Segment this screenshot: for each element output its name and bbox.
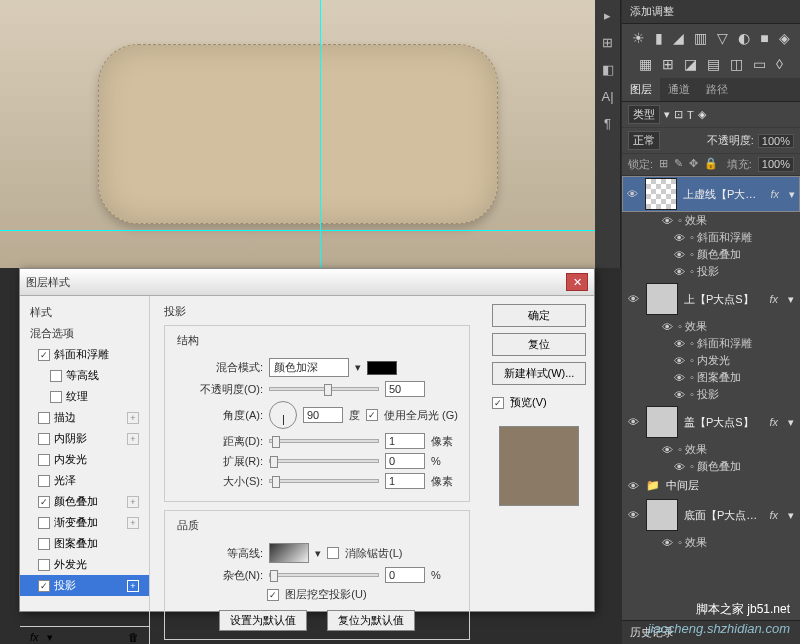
- blend-mode-select[interactable]: 正常: [628, 131, 660, 150]
- style-checkbox[interactable]: [38, 538, 50, 550]
- ok-button[interactable]: 确定: [492, 304, 586, 327]
- style-checkbox[interactable]: ✓: [38, 580, 50, 592]
- document-canvas[interactable]: [0, 0, 595, 268]
- effects-header[interactable]: 👁◦ 效果: [622, 212, 800, 229]
- filter-icon[interactable]: ◈: [698, 108, 706, 121]
- effect-item[interactable]: 👁◦ 颜色叠加: [622, 458, 800, 475]
- lock-icon[interactable]: ⊞: [659, 157, 668, 172]
- blend-mode-select[interactable]: 颜色加深: [269, 358, 349, 377]
- style-checkbox[interactable]: [50, 391, 62, 403]
- invert-icon[interactable]: ◪: [684, 56, 697, 72]
- effect-item[interactable]: 👁◦ 斜面和浮雕: [622, 229, 800, 246]
- chevron-icon[interactable]: ▾: [788, 509, 794, 522]
- tool-icon[interactable]: ▸: [604, 8, 611, 23]
- visibility-icon[interactable]: 👁: [674, 461, 686, 473]
- visibility-icon[interactable]: 👁: [674, 355, 686, 367]
- antialias-checkbox[interactable]: [327, 547, 339, 559]
- visibility-icon[interactable]: 👁: [628, 293, 640, 305]
- visibility-icon[interactable]: 👁: [662, 321, 674, 333]
- opacity-value[interactable]: 100%: [758, 134, 794, 148]
- fx-icon[interactable]: fx: [30, 631, 39, 644]
- style-item[interactable]: 内阴影+: [20, 428, 149, 449]
- photo-filter-icon[interactable]: ◈: [779, 30, 790, 46]
- effects-header[interactable]: 👁◦ 效果: [622, 441, 800, 458]
- spread-slider[interactable]: [269, 459, 379, 463]
- close-icon[interactable]: ✕: [566, 273, 588, 291]
- effects-header[interactable]: 👁◦ 效果: [622, 318, 800, 335]
- style-checkbox[interactable]: [50, 370, 62, 382]
- distance-slider[interactable]: [269, 439, 379, 443]
- visibility-icon[interactable]: 👁: [628, 509, 640, 521]
- style-checkbox[interactable]: ✓: [38, 349, 50, 361]
- fill-value[interactable]: 100%: [758, 157, 794, 172]
- fx-icon[interactable]: fx: [765, 293, 782, 305]
- dialog-titlebar[interactable]: 图层样式 ✕: [20, 269, 594, 296]
- contour-picker[interactable]: [269, 543, 309, 563]
- visibility-icon[interactable]: 👁: [674, 338, 686, 350]
- noise-input[interactable]: 0: [385, 567, 425, 583]
- curves-icon[interactable]: ◢: [673, 30, 684, 46]
- exposure-icon[interactable]: ▥: [694, 30, 707, 46]
- opacity-slider[interactable]: [269, 387, 379, 391]
- poster-icon[interactable]: ▤: [707, 56, 720, 72]
- visibility-icon[interactable]: 👁: [662, 215, 674, 227]
- plus-icon[interactable]: +: [127, 517, 139, 529]
- chevron-down-icon[interactable]: ▾: [315, 547, 321, 560]
- visibility-icon[interactable]: 👁: [627, 188, 639, 200]
- angle-dial[interactable]: [269, 401, 297, 429]
- fx-icon[interactable]: fx: [765, 509, 782, 521]
- chevron-icon[interactable]: ▾: [789, 188, 795, 201]
- chevron-down-icon[interactable]: ▾: [355, 361, 361, 374]
- filter-kind[interactable]: 类型: [628, 105, 660, 124]
- guide-vertical[interactable]: [320, 0, 321, 268]
- visibility-icon[interactable]: 👁: [674, 372, 686, 384]
- style-checkbox[interactable]: [38, 475, 50, 487]
- visibility-icon[interactable]: 👁: [628, 416, 640, 428]
- size-input[interactable]: 1: [385, 473, 425, 489]
- style-checkbox[interactable]: ✓: [38, 496, 50, 508]
- plus-icon[interactable]: +: [127, 412, 139, 424]
- spread-input[interactable]: 0: [385, 453, 425, 469]
- levels-icon[interactable]: ▮: [655, 30, 663, 46]
- bw-icon[interactable]: ■: [760, 30, 768, 46]
- layer-row[interactable]: 👁上【P大点S】fx▾: [622, 280, 800, 318]
- layer-row[interactable]: 👁盖【P大点S】fx▾: [622, 403, 800, 441]
- lock-icon[interactable]: ✥: [689, 157, 698, 172]
- filter-icon[interactable]: ▾: [664, 108, 670, 121]
- preview-checkbox[interactable]: ✓: [492, 397, 504, 409]
- style-item[interactable]: ✓斜面和浮雕: [20, 344, 149, 365]
- style-item[interactable]: 渐变叠加+: [20, 512, 149, 533]
- visibility-icon[interactable]: 👁: [674, 389, 686, 401]
- vibrance-icon[interactable]: ▽: [717, 30, 728, 46]
- filter-icon[interactable]: T: [687, 109, 694, 121]
- layer-thumbnail[interactable]: [646, 499, 678, 531]
- tab-channels[interactable]: 通道: [660, 78, 698, 101]
- style-checkbox[interactable]: [38, 433, 50, 445]
- visibility-icon[interactable]: 👁: [662, 537, 674, 549]
- layers-tree[interactable]: 👁上虚线【P大点...fx▾👁◦ 效果👁◦ 斜面和浮雕👁◦ 颜色叠加👁◦ 投影👁…: [622, 176, 800, 620]
- knockout-checkbox[interactable]: ✓: [267, 589, 279, 601]
- fx-icon[interactable]: fx: [766, 188, 783, 200]
- angle-input[interactable]: 90: [303, 407, 343, 423]
- style-item[interactable]: 纹理: [20, 386, 149, 407]
- style-item[interactable]: 等高线: [20, 365, 149, 386]
- effects-header[interactable]: 👁◦ 效果: [622, 534, 800, 551]
- effect-item[interactable]: 👁◦ 内发光: [622, 352, 800, 369]
- layer-thumbnail[interactable]: [645, 178, 677, 210]
- guide-horizontal[interactable]: [0, 230, 595, 231]
- brightness-icon[interactable]: ☀: [632, 30, 645, 46]
- style-item[interactable]: ✓颜色叠加+: [20, 491, 149, 512]
- blend-options[interactable]: 混合选项: [20, 323, 149, 344]
- style-checkbox[interactable]: [38, 454, 50, 466]
- chevron-icon[interactable]: ▾: [47, 631, 53, 644]
- tool-icon[interactable]: ⊞: [602, 35, 613, 50]
- layer-row[interactable]: 👁上虚线【P大点...fx▾: [622, 176, 800, 212]
- chevron-icon[interactable]: ▾: [788, 293, 794, 306]
- style-checkbox[interactable]: [38, 412, 50, 424]
- opacity-input[interactable]: 50: [385, 381, 425, 397]
- visibility-icon[interactable]: 👁: [662, 444, 674, 456]
- plus-icon[interactable]: +: [127, 433, 139, 445]
- visibility-icon[interactable]: 👁: [674, 249, 686, 261]
- tool-icon[interactable]: ◧: [602, 62, 614, 77]
- tool-icon[interactable]: ¶: [604, 116, 611, 131]
